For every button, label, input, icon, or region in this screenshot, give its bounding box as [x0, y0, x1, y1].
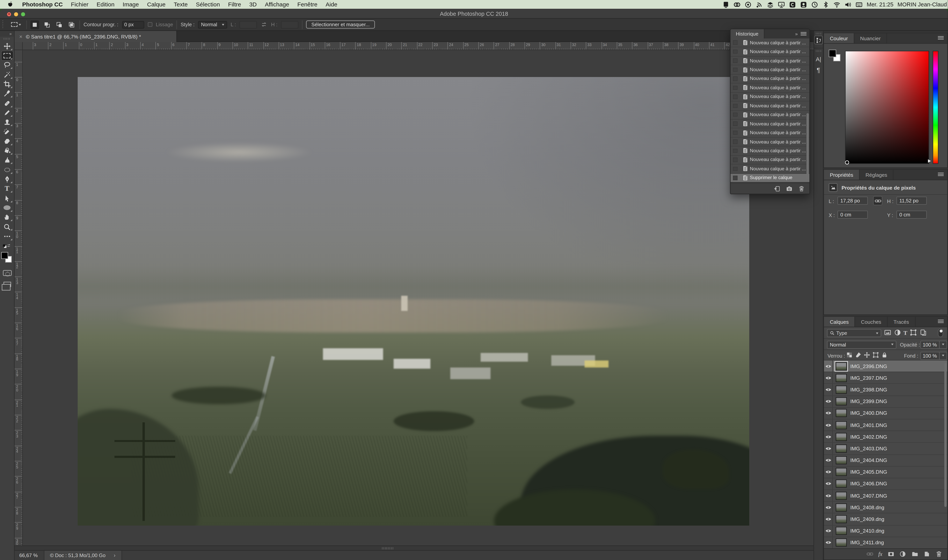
character-panel-icon[interactable]: A|: [814, 56, 823, 62]
layer-row-img-2410-dng[interactable]: IMG_2410.dng: [824, 525, 947, 537]
hue-slider-marker[interactable]: [928, 159, 931, 163]
history-step-nouveau-calque-a-partir[interactable]: Nouveau calque à partir ...: [730, 102, 809, 111]
layer-thumbnail[interactable]: [836, 445, 847, 453]
subtract-selection-mode-button[interactable]: [55, 20, 64, 29]
layer-name[interactable]: IMG_2401.DNG: [850, 422, 887, 428]
layer-name[interactable]: IMG_2409.dng: [850, 516, 884, 522]
ruler-origin-corner[interactable]: [15, 42, 23, 50]
tool-preset-picker[interactable]: [9, 21, 23, 28]
layer-visibility-toggle[interactable]: [824, 408, 833, 419]
menu-selection[interactable]: Sélection: [192, 0, 224, 9]
layer-row-img-2407-dng[interactable]: IMG_2407.DNG: [824, 490, 947, 502]
link-dimensions-button[interactable]: [873, 196, 882, 205]
menu-image[interactable]: Image: [119, 0, 143, 9]
opacity-dropdown[interactable]: [940, 340, 947, 349]
layer-name[interactable]: IMG_2411.dng: [850, 540, 884, 546]
layer-thumbnail[interactable]: [836, 480, 847, 488]
width-field[interactable]: 17,28 po: [837, 197, 868, 205]
style-select[interactable]: Normal: [198, 21, 227, 28]
width-input[interactable]: [239, 21, 257, 28]
height-field[interactable]: 11,52 po: [896, 197, 927, 205]
new-group-icon[interactable]: [912, 551, 919, 558]
history-step-nouveau-calque-a-partir[interactable]: Nouveau calque à partir ...: [730, 165, 809, 174]
close-document-icon[interactable]: ×: [19, 34, 22, 40]
screen-sharing-icon[interactable]: [778, 1, 785, 8]
history-source-checkbox[interactable]: [733, 104, 737, 108]
height-input[interactable]: [281, 21, 299, 28]
layer-thumbnail[interactable]: [836, 456, 847, 464]
layer-filter-type-select[interactable]: Type: [827, 329, 881, 337]
antialias-checkbox[interactable]: [148, 22, 152, 27]
layer-thumbnail[interactable]: [836, 386, 847, 394]
history-source-checkbox[interactable]: [733, 131, 737, 135]
tab-reglages[interactable]: Réglages: [860, 170, 894, 180]
clone-stamp-tool[interactable]: [1, 117, 13, 127]
history-step-nouveau-calque-a-partir[interactable]: Nouveau calque à partir ...: [730, 120, 809, 129]
foreground-color-swatch[interactable]: [829, 49, 836, 57]
tab-traces[interactable]: Tracés: [888, 317, 916, 327]
layer-thumbnail[interactable]: [836, 468, 847, 476]
menu-edition[interactable]: Edition: [93, 0, 119, 9]
x-field[interactable]: 0 cm: [837, 211, 868, 219]
history-source-checkbox[interactable]: [733, 122, 737, 126]
filter-smart-objects-icon[interactable]: [920, 329, 926, 336]
color-picker-marker[interactable]: [845, 160, 849, 165]
layer-visibility-toggle[interactable]: [824, 502, 833, 513]
document-tab[interactable]: × © Sans titre1 @ 66,7% (IMG_2396.DNG, R…: [15, 31, 177, 42]
opacity-field[interactable]: 100 %: [920, 340, 940, 349]
history-source-checkbox[interactable]: [733, 112, 737, 117]
dictation-icon[interactable]: [800, 1, 807, 8]
document-image[interactable]: [78, 77, 749, 526]
layer-row-img-2406-dng[interactable]: IMG_2406.DNG: [824, 478, 947, 490]
path-selection-tool[interactable]: [1, 194, 13, 203]
history-step-nouveau-calque-a-partir[interactable]: Nouveau calque à partir ...: [730, 66, 809, 74]
layer-name[interactable]: IMG_2405.DNG: [850, 469, 887, 475]
layer-visibility-toggle[interactable]: [824, 537, 833, 548]
toolbar-grip[interactable]: [3, 38, 11, 40]
spot-healing-brush-tool[interactable]: [1, 98, 13, 108]
scrollbar-grip[interactable]: [382, 547, 394, 549]
menubar-clock[interactable]: Mer. 21:25: [867, 1, 893, 8]
toolbar-collapse-button[interactable]: »: [0, 31, 14, 37]
y-field[interactable]: 0 cm: [896, 211, 927, 219]
zoom-level-field[interactable]: 66,67 %: [15, 552, 43, 558]
dock-grip[interactable]: [816, 33, 821, 34]
select-and-mask-button[interactable]: Sélectionner et masquer...: [306, 20, 375, 29]
history-step-nouveau-calque-a-partir[interactable]: Nouveau calque à partir ...: [730, 74, 809, 83]
history-source-checkbox[interactable]: [733, 77, 737, 81]
layer-name[interactable]: IMG_2398.DNG: [850, 387, 887, 392]
history-step-nouveau-calque-a-partir[interactable]: Nouveau calque à partir ...: [730, 84, 809, 92]
move-tool[interactable]: [1, 42, 13, 51]
layer-visibility-toggle[interactable]: [824, 384, 833, 395]
layer-name[interactable]: IMG_2400.DNG: [850, 410, 887, 416]
panel-menu-icon[interactable]: [938, 170, 947, 180]
new-layer-icon[interactable]: [923, 551, 930, 558]
layer-row-img-2404-dng[interactable]: IMG_2404.DNG: [824, 455, 947, 467]
history-source-checkbox[interactable]: [733, 94, 737, 99]
menu-fenetre[interactable]: Fenêtre: [293, 0, 321, 9]
history-step-nouveau-calque-a-partir[interactable]: Nouveau calque à partir ...: [730, 38, 809, 48]
default-swap-colors[interactable]: [3, 243, 11, 248]
edit-toolbar-button[interactable]: [1, 232, 13, 241]
filter-adjustment-layers-icon[interactable]: [894, 329, 901, 336]
display-icon[interactable]: [723, 1, 729, 8]
lasso-tool[interactable]: [1, 60, 13, 70]
canvas-viewport[interactable]: [23, 50, 814, 545]
smudge-tool[interactable]: [1, 155, 13, 165]
history-source-checkbox[interactable]: [733, 58, 737, 63]
quick-mask-button[interactable]: [3, 270, 11, 276]
volume-icon[interactable]: [845, 1, 851, 8]
saturation-brightness-field[interactable]: [845, 51, 929, 164]
history-source-checkbox[interactable]: [733, 40, 737, 45]
layer-thumbnail[interactable]: [836, 421, 847, 429]
layer-name[interactable]: IMG_2410.dng: [850, 528, 884, 534]
new-selection-mode-button[interactable]: [30, 20, 39, 29]
foreground-color-swatch[interactable]: [1, 252, 8, 259]
dodge-tool[interactable]: [1, 165, 13, 175]
layer-row-img-2400-dng[interactable]: IMG_2400.DNG: [824, 408, 947, 419]
bluetooth-icon[interactable]: [822, 1, 829, 8]
menu-fichier[interactable]: Fichier: [67, 0, 93, 9]
layer-row-img-2398-dng[interactable]: IMG_2398.DNG: [824, 384, 947, 396]
keyboard-icon[interactable]: [855, 1, 863, 8]
lock-paint-icon[interactable]: [855, 352, 862, 358]
